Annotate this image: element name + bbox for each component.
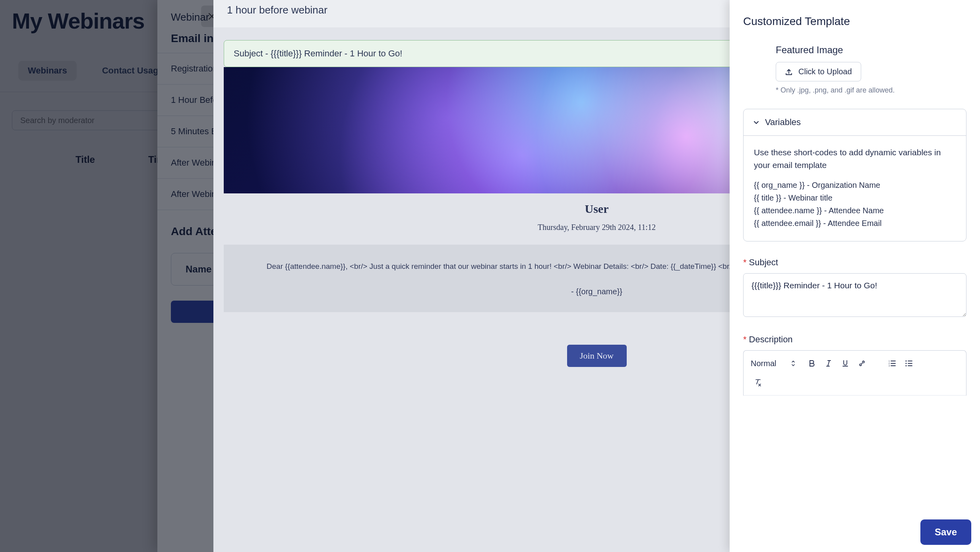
variables-label: Variables xyxy=(765,117,801,127)
underline-icon xyxy=(842,360,849,367)
svg-point-4 xyxy=(906,363,907,364)
upload-icon xyxy=(785,68,793,76)
italic-button[interactable] xyxy=(821,356,836,371)
format-value: Normal xyxy=(751,359,776,368)
link-icon xyxy=(858,360,866,367)
variable-item: {{ attendee.email }} - Attendee Email xyxy=(754,217,956,229)
join-now-button[interactable]: Join Now xyxy=(567,345,627,367)
svg-point-3 xyxy=(906,360,907,361)
required-mark: * xyxy=(743,257,747,267)
variables-accordion: Variables Use these short-codes to add d… xyxy=(743,109,966,241)
chevron-down-icon xyxy=(753,119,759,125)
svg-text:3: 3 xyxy=(889,365,890,367)
description-editor: Normal 123 xyxy=(743,350,966,396)
clear-format-button[interactable] xyxy=(751,375,765,390)
clear-format-icon xyxy=(754,378,761,386)
unordered-list-button[interactable] xyxy=(902,356,916,371)
variables-toggle[interactable]: Variables xyxy=(744,109,966,136)
description-label: *Description xyxy=(743,334,966,345)
subject-input[interactable] xyxy=(743,273,966,317)
svg-point-5 xyxy=(906,365,907,366)
featured-image-label: Featured Image xyxy=(776,44,966,56)
bold-button[interactable] xyxy=(805,356,819,371)
underline-button[interactable] xyxy=(838,356,852,371)
italic-icon xyxy=(825,360,832,367)
upload-label: Click to Upload xyxy=(798,67,852,76)
bold-icon xyxy=(808,360,815,367)
variables-intro: Use these short-codes to add dynamic var… xyxy=(754,146,956,171)
variable-item: {{ title }} - Webinar title xyxy=(754,192,956,204)
editor-toolbar: Normal 123 xyxy=(744,351,966,396)
subject-label: *Subject xyxy=(743,257,966,268)
required-mark: * xyxy=(743,334,747,344)
variable-item: {{ attendee.name }} - Attendee Name xyxy=(754,205,956,216)
link-button[interactable] xyxy=(855,356,869,371)
format-select[interactable]: Normal xyxy=(751,359,802,368)
variable-item: {{ org_name }} - Organization Name xyxy=(754,179,956,191)
select-caret-icon xyxy=(791,360,795,367)
upload-hint: * Only .jpg, .png, and .gif are allowed. xyxy=(776,86,966,95)
variables-body: Use these short-codes to add dynamic var… xyxy=(744,136,966,241)
save-button[interactable]: Save xyxy=(920,519,971,545)
ordered-list-icon: 123 xyxy=(888,360,896,367)
upload-button[interactable]: Click to Upload xyxy=(776,62,861,81)
ordered-list-button[interactable]: 123 xyxy=(885,356,899,371)
panel-title: Customized Template xyxy=(743,15,966,28)
unordered-list-icon xyxy=(905,360,913,367)
customized-template-panel: Customized Template Featured Image Click… xyxy=(730,0,980,552)
